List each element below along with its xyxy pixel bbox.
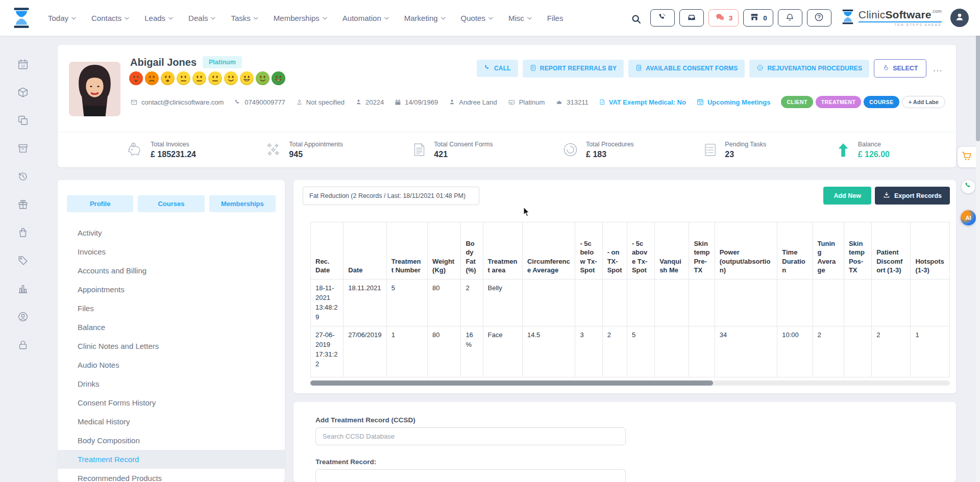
person-solid-icon [449, 98, 455, 106]
copy-icon[interactable] [17, 115, 29, 126]
tab-courses[interactable]: Courses [138, 195, 204, 212]
satisfaction-face-9[interactable] [256, 71, 270, 85]
tab-profile[interactable]: Profile [67, 195, 133, 212]
nav-item-memberships[interactable]: Memberships [274, 14, 327, 22]
chat-button[interactable]: 3 [708, 9, 739, 27]
gift-icon[interactable] [17, 199, 29, 210]
available-consent-forms-button[interactable]: AVAILABLE CONSENT FORMS [628, 60, 745, 78]
tab-memberships[interactable]: Memberships [209, 195, 276, 212]
sidebar-item-appointments[interactable]: Appointments [58, 280, 285, 299]
chart-icon[interactable] [17, 283, 29, 294]
tags-icon[interactable] [17, 255, 29, 266]
satisfaction-face-8[interactable] [240, 71, 254, 85]
add-new-button[interactable]: Add New [823, 187, 871, 205]
inbox-button[interactable] [679, 9, 704, 27]
calendar-check-icon: 12 [697, 98, 704, 106]
user-avatar[interactable] [950, 9, 969, 27]
sidebar-item-accounts-and-billing[interactable]: Accounts and Billing [58, 261, 285, 280]
nav-item-marketing[interactable]: Marketing [404, 14, 446, 22]
nav-item-deals[interactable]: Deals [188, 14, 215, 22]
table-cell [872, 280, 911, 326]
sidebar-item-body-composition[interactable]: Body Composition [58, 431, 285, 450]
person-solid-icon [355, 98, 362, 106]
satisfaction-face-10[interactable] [272, 71, 285, 85]
call-button[interactable]: CALL [477, 60, 518, 77]
table-row[interactable]: 27-06-2019 17:31:2227/06/201918016%Face1… [311, 326, 950, 377]
stat-value: £ 126.00 [858, 150, 890, 159]
satisfaction-face-3[interactable] [161, 71, 175, 85]
floating-cart-button[interactable] [958, 147, 976, 167]
satisfaction-face-5[interactable] [192, 71, 206, 85]
select-button[interactable]: SELECT [874, 59, 926, 78]
brand-logo[interactable]: ClinicSoftware.com TEN STEPS AHEAD [841, 9, 942, 27]
satisfaction-face-2[interactable] [145, 71, 159, 85]
rejuvenation-procedures-button[interactable]: REJUVENATION PROCEDURES [749, 60, 869, 78]
package-icon[interactable] [17, 87, 29, 98]
sidebar-item-consent-forms-history[interactable]: Consent Forms History [58, 393, 285, 412]
calendar-rail-icon[interactable]: 12 [17, 59, 29, 70]
contact-vat-exempt-medical-no[interactable]: VAT Exempt Medical: No [599, 98, 686, 106]
profile-menu: ActivityInvoicesAccounts and BillingAppo… [58, 223, 285, 482]
more-options-button[interactable]: ... [931, 64, 945, 73]
nav-item-misc[interactable]: Misc [508, 14, 532, 22]
archive-icon[interactable] [17, 143, 29, 154]
sidebar-item-medical-history[interactable]: Medical History [58, 412, 285, 431]
nav-item-quotes[interactable]: Quotes [461, 14, 493, 22]
table-cell: 2 [602, 326, 627, 377]
table-scrollbar-thumb[interactable] [310, 380, 713, 386]
satisfaction-face-6[interactable] [208, 71, 222, 85]
add-label-button[interactable]: + Add Labe [902, 96, 945, 108]
treatment-record-textarea[interactable] [315, 469, 626, 482]
sidebar-item-activity[interactable]: Activity [58, 223, 285, 242]
nav-item-leads[interactable]: Leads [144, 14, 173, 22]
sidebar-item-files[interactable]: Files [58, 299, 285, 318]
floating-phone-button[interactable] [962, 180, 975, 193]
floating-ai-button[interactable]: AI [961, 210, 976, 225]
satisfaction-face-7[interactable] [224, 71, 238, 85]
nav-item-today[interactable]: Today [48, 14, 76, 22]
history-icon[interactable] [17, 171, 29, 182]
nav-item-contacts[interactable]: Contacts [91, 14, 129, 22]
sidebar-item-recommended-products[interactable]: Recommended Products [58, 469, 285, 482]
nav-item-label: Today [48, 14, 68, 22]
ccsd-search-input[interactable] [315, 427, 626, 445]
sidebar-item-clinic-notes-and-letters[interactable]: Clinic Notes and Letters [58, 337, 285, 356]
nav-item-files[interactable]: Files [547, 14, 564, 22]
stat-value: £ 185231.24 [151, 150, 196, 159]
table-row[interactable]: 18-11-2021 13:48:2918.11.20215802Belly [311, 280, 950, 326]
satisfaction-face-1[interactable] [129, 71, 143, 85]
shop-button[interactable]: 0 [743, 9, 773, 27]
sidebar-item-balance[interactable]: Balance [58, 318, 285, 337]
profile-tabs: ProfileCoursesMemberships [58, 180, 285, 219]
sidebar-item-drinks[interactable]: Drinks [58, 374, 285, 393]
report-referrals-by-button[interactable]: REPORT REFERRALS BY [523, 60, 624, 78]
satisfaction-face-4[interactable] [177, 71, 190, 85]
nav-item-automation[interactable]: Automation [342, 14, 389, 22]
table-cell: 18-11-2021 13:48:29 [311, 280, 344, 326]
help-button[interactable] [807, 9, 831, 27]
phone-call-button[interactable] [650, 9, 675, 27]
chevron-down-icon [384, 17, 389, 20]
export-records-button[interactable]: Export Records [875, 187, 950, 205]
contact-contact-clinicsoftware-com[interactable]: contact@clinicsoftware.com [130, 98, 224, 106]
contact-not-specified: Not specified [296, 98, 345, 106]
patient-photo[interactable] [69, 62, 120, 116]
nav-item-tasks[interactable]: Tasks [231, 14, 258, 22]
shopping-bag-icon[interactable] [17, 227, 29, 238]
contact-upcoming-meetings[interactable]: 12Upcoming Meetings [697, 98, 771, 106]
sidebar-item-invoices[interactable]: Invoices [58, 242, 285, 261]
contact-07490009777[interactable]: 07490009777 [234, 98, 285, 106]
notifications-button[interactable] [778, 9, 802, 27]
stat-text: Pending Tasks23 [725, 141, 766, 159]
sidebar-item-treatment-record[interactable]: Treatment Record [58, 450, 285, 469]
search-icon[interactable] [631, 12, 646, 24]
contact-value: Platinum [519, 98, 545, 106]
record-type-select[interactable]: Fat Reduction (2 Records / Last: 18/11/2… [303, 187, 479, 205]
clinicsoftware-logo-icon[interactable] [12, 7, 31, 29]
lock-icon[interactable] [17, 339, 29, 350]
sidebar-item-audio-notes[interactable]: Audio Notes [58, 356, 285, 374]
account-icon[interactable] [17, 311, 29, 322]
column-header-date: Date [344, 222, 386, 280]
page-scrollbar-thumb[interactable] [976, 32, 980, 141]
nav-item-label: Marketing [404, 14, 438, 22]
